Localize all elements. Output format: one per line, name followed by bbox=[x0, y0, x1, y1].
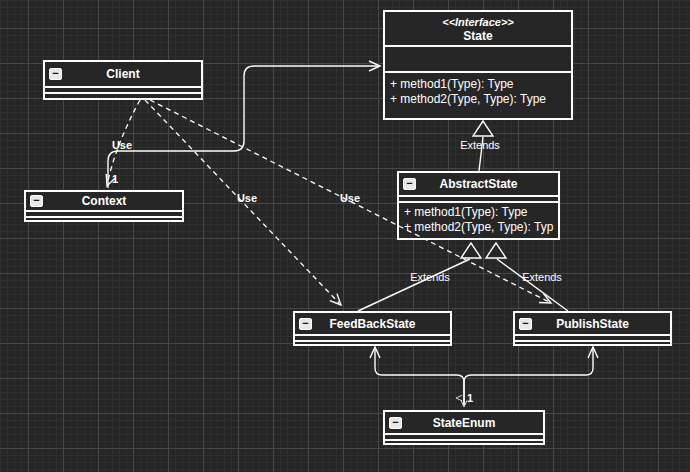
diagram-canvas[interactable]: <<Interface>> State + method1(Type): Typ… bbox=[0, 0, 690, 472]
class-state-attributes bbox=[385, 47, 571, 73]
method-row: + method2(Type, Type): Typ bbox=[404, 220, 558, 235]
edge-stateenum-feedbackstate[interactable] bbox=[375, 349, 464, 405]
edge-label-use-publishstate[interactable]: Use bbox=[340, 192, 360, 204]
open-arrow-icon bbox=[588, 347, 598, 358]
class-publishstate-name: PublishState bbox=[556, 317, 629, 331]
class-client[interactable]: − Client bbox=[43, 60, 203, 100]
class-client-title-bar: − Client bbox=[45, 62, 201, 88]
class-abstractstate[interactable]: − AbstractState + method1(Type): Type + … bbox=[397, 171, 560, 240]
class-context-title-bar: − Context bbox=[26, 192, 182, 212]
collapsed-attributes bbox=[295, 336, 450, 342]
class-feedbackstate-name: FeedBackState bbox=[329, 317, 415, 331]
class-state-stereotype: <<Interface>> bbox=[442, 15, 514, 29]
class-publishstate[interactable]: − PublishState bbox=[513, 311, 672, 346]
inheritance-triangle-icon bbox=[473, 121, 493, 136]
edge-label-multiplicity-stateenum[interactable]: 1 bbox=[467, 392, 473, 404]
class-context-name: Context bbox=[82, 194, 127, 208]
edge-label-use-context[interactable]: Use bbox=[112, 139, 132, 151]
inheritance-triangle-icon bbox=[486, 243, 506, 258]
class-stateenum-title-bar: − StateEnum bbox=[385, 412, 543, 435]
edge-feedbackstate-abstractstate-extends[interactable] bbox=[358, 259, 470, 311]
edge-publishstate-abstractstate-extends[interactable] bbox=[497, 259, 568, 311]
open-arrow-icon bbox=[539, 294, 553, 308]
edge-label-extends-state[interactable]: Extends bbox=[460, 139, 500, 151]
edge-stateenum-publishstate[interactable] bbox=[464, 349, 593, 405]
edge-label-multiplicity-context[interactable]: 1 bbox=[112, 173, 118, 185]
class-feedbackstate-title-bar: − FeedBackState bbox=[295, 313, 450, 336]
class-feedbackstate[interactable]: − FeedBackState bbox=[293, 311, 452, 346]
class-stateenum[interactable]: − StateEnum bbox=[383, 410, 545, 445]
class-publishstate-title-bar: − PublishState bbox=[515, 313, 670, 336]
collapsed-attributes bbox=[385, 435, 543, 441]
open-arrow-icon bbox=[330, 294, 345, 309]
collapse-icon[interactable]: − bbox=[299, 318, 312, 330]
collapse-icon[interactable]: − bbox=[49, 68, 62, 80]
collapsed-attributes bbox=[45, 88, 201, 94]
edge-label-extends-right[interactable]: Extends bbox=[522, 271, 562, 283]
collapse-icon[interactable]: − bbox=[30, 195, 43, 207]
class-abstractstate-name: AbstractState bbox=[439, 177, 517, 191]
collapsed-attributes bbox=[26, 212, 182, 218]
inheritance-triangle-icon bbox=[461, 243, 481, 258]
class-abstractstate-methods: + method1(Type): Type + method2(Type, Ty… bbox=[399, 203, 558, 235]
class-context[interactable]: − Context bbox=[24, 190, 184, 222]
class-state-methods: + method1(Type): Type + method2(Type, Ty… bbox=[385, 73, 571, 107]
open-arrow-icon bbox=[370, 347, 380, 358]
class-client-name: Client bbox=[106, 67, 139, 81]
collapse-icon[interactable]: − bbox=[519, 318, 532, 330]
class-state-title-bar: <<Interface>> State bbox=[385, 12, 571, 47]
collapse-icon[interactable]: − bbox=[403, 178, 416, 190]
method-row: + method1(Type): Type bbox=[390, 77, 571, 92]
edge-label-use-feedbackstate[interactable]: Use bbox=[237, 192, 257, 204]
edge-label-extends-left[interactable]: Extends bbox=[410, 271, 450, 283]
collapsed-attributes bbox=[515, 336, 670, 342]
method-row: + method2(Type, Type): Type bbox=[390, 92, 571, 107]
class-state-name: State bbox=[463, 29, 492, 43]
class-abstractstate-title-bar: − AbstractState bbox=[399, 173, 558, 197]
method-row: + method1(Type): Type bbox=[404, 205, 558, 220]
open-chevron-icon bbox=[456, 395, 462, 401]
class-stateenum-name: StateEnum bbox=[433, 416, 496, 430]
class-state[interactable]: <<Interface>> State + method1(Type): Typ… bbox=[383, 10, 573, 120]
collapse-icon[interactable]: − bbox=[389, 417, 402, 429]
open-arrow-icon bbox=[369, 61, 380, 71]
